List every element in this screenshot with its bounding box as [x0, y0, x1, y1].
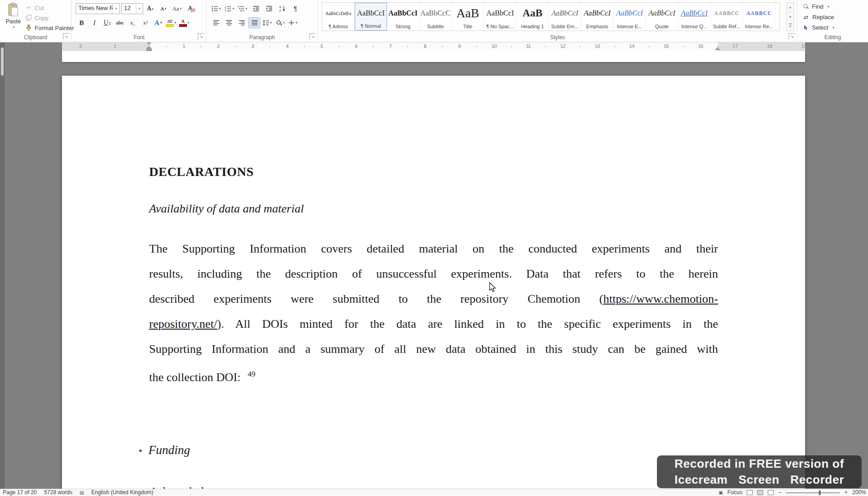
style-item-adress[interactable]: AaBbCcDdEe¶ Adress: [322, 3, 355, 31]
style-item-quote[interactable]: AaBbCcIQuote: [646, 3, 678, 31]
style-item-strong[interactable]: AaBbCcIStrong: [387, 3, 419, 31]
page-indicator[interactable]: Page 17 of 20: [3, 489, 37, 496]
styles-scroll-down-button[interactable]: ▾: [787, 12, 794, 22]
style-item-intense-quote[interactable]: AaBbCcIIntense Q...: [678, 3, 711, 31]
select-button[interactable]: Select ▾: [803, 23, 868, 32]
style-item-subtle-emphasis[interactable]: AaBbCcISubtle Em...: [549, 3, 581, 31]
hanging-indent-marker[interactable]: [146, 46, 152, 49]
language-indicator[interactable]: English (United Kingdom): [91, 489, 153, 496]
superscript-button[interactable]: x²: [140, 17, 151, 28]
ruler-number: 5: [320, 43, 323, 49]
show-hide-formatting-button[interactable]: ¶: [289, 3, 301, 14]
web-layout-button[interactable]: [768, 490, 774, 495]
strikethrough-button[interactable]: abc: [114, 17, 126, 28]
clipboard-group: Paste ▾ ✂ Cut Copy: [0, 0, 72, 41]
zoom-slider[interactable]: [786, 492, 840, 493]
first-line-indent-marker[interactable]: [146, 42, 152, 45]
print-layout-button[interactable]: [757, 490, 763, 495]
font-name-combobox[interactable]: Times New Ro ▾: [76, 3, 120, 14]
pilcrow-icon: ¶: [294, 5, 297, 12]
paste-button[interactable]: Paste ▾: [3, 2, 24, 35]
change-case-button[interactable]: Aa▾: [171, 3, 183, 14]
read-mode-button[interactable]: [747, 490, 753, 495]
chemotion-repository-link[interactable]: https://www.chemotion-: [603, 292, 718, 305]
font-color-button[interactable]: A ▾: [178, 17, 191, 28]
style-label: Intense E...: [617, 24, 642, 29]
zoom-slider-thumb[interactable]: [819, 491, 821, 495]
ruler-number: 19: [801, 43, 807, 49]
focus-mode-button[interactable]: Focus: [728, 489, 743, 496]
grow-font-button[interactable]: A▲: [145, 3, 156, 14]
left-scrollbar-thumb[interactable]: [1, 47, 4, 76]
left-indent-marker[interactable]: [146, 49, 152, 51]
bullets-button[interactable]: ▾: [210, 3, 222, 14]
align-right-button[interactable]: [236, 17, 248, 28]
font-size-combobox[interactable]: 12 ▾: [121, 3, 143, 14]
outline-collapse-triangle-icon[interactable]: ▸: [140, 447, 143, 454]
style-item-intense-emphasis[interactable]: AaBbCcIIntense E...: [614, 3, 646, 31]
down-triangle-icon: ▼: [164, 7, 167, 10]
sort-button[interactable]: AZ: [276, 3, 288, 14]
align-left-button[interactable]: [210, 17, 222, 28]
align-left-icon: [213, 20, 220, 26]
italic-button[interactable]: I: [88, 17, 100, 28]
clipboard-dialog-launcher-icon[interactable]: ↘: [63, 33, 69, 40]
text-effects-button[interactable]: A▾: [152, 17, 164, 28]
chevron-down-icon: ▾: [827, 5, 829, 9]
justify-icon: [251, 20, 258, 26]
clear-formatting-button[interactable]: A: [184, 3, 196, 14]
style-item-subtle-reference[interactable]: AABBCCSubtle Ref...: [711, 3, 743, 31]
styles-scroll-up-button[interactable]: ▴: [787, 3, 794, 12]
style-preview: AaBbCcI: [388, 3, 418, 24]
style-item-intense-reference[interactable]: AABBCCIntense Re...: [743, 3, 775, 31]
right-indent-marker[interactable]: [715, 47, 720, 50]
align-center-button[interactable]: [223, 17, 235, 28]
cut-button[interactable]: ✂ Cut: [26, 3, 74, 13]
find-label: Find: [812, 3, 823, 10]
zoom-in-button[interactable]: +: [844, 489, 847, 496]
paragraph-dialog-launcher-icon[interactable]: ↘: [310, 33, 316, 40]
underline-button[interactable]: U▾: [101, 17, 113, 28]
multilevel-list-button[interactable]: ▾: [237, 3, 248, 14]
style-item-heading-1[interactable]: AaBHeading 1: [517, 3, 549, 31]
proofing-status-icon[interactable]: ▤: [80, 489, 84, 496]
shading-button[interactable]: ▾: [274, 17, 286, 28]
document-page[interactable]: DECLARATIONS Availability of data and ma…: [62, 76, 805, 489]
clipboard-group-label: Clipboard: [0, 34, 71, 41]
style-preview: AaBbCcI: [616, 3, 643, 24]
numbering-button[interactable]: 1 2 3 ▾: [223, 3, 235, 14]
borders-button[interactable]: ▾: [287, 17, 299, 28]
copy-label: Copy: [35, 15, 48, 21]
style-item-subtitle[interactable]: AaBbCcCSubtitle: [419, 3, 452, 31]
left-scrollbar[interactable]: [0, 42, 5, 489]
style-item-emphasis[interactable]: AaBbCcIEmphasis: [581, 3, 614, 31]
subscript-button[interactable]: x₂: [127, 17, 139, 28]
editing-group: Find ▾ ⇄ Replace Select ▾ Editing: [797, 0, 868, 41]
zoom-out-button[interactable]: −: [778, 489, 781, 496]
chemotion-repository-link[interactable]: repository.net/: [149, 317, 217, 331]
styles-dialog-launcher-icon[interactable]: ↘: [789, 33, 795, 40]
style-item-normal[interactable]: AaBbCcI¶ Normal: [355, 3, 387, 31]
zoom-level[interactable]: 200%: [852, 489, 866, 496]
bold-button[interactable]: B: [76, 17, 88, 28]
format-painter-button[interactable]: Format Painter: [26, 23, 74, 33]
decrease-indent-button[interactable]: [250, 3, 262, 14]
shrink-font-button[interactable]: A▼: [158, 3, 170, 14]
font-dialog-launcher-icon[interactable]: ↘: [198, 33, 204, 40]
line-spacing-button[interactable]: ▾: [261, 17, 273, 28]
copy-button[interactable]: Copy: [26, 13, 74, 23]
increase-indent-button[interactable]: [263, 3, 275, 14]
watermark-line2: Icecream Screen Recorder: [674, 472, 844, 488]
styles-more-button[interactable]: ▾: [787, 21, 794, 31]
ruler-number: 2: [217, 43, 220, 49]
justify-button[interactable]: [248, 17, 260, 28]
replace-button[interactable]: ⇄ Replace: [803, 12, 868, 22]
style-item-title[interactable]: AaBTitle: [452, 3, 484, 31]
word-count[interactable]: 5728 words: [44, 489, 72, 496]
find-button[interactable]: Find ▾: [803, 2, 868, 11]
highlight-color-button[interactable]: ab ▾: [165, 17, 177, 28]
copy-icon: [26, 15, 32, 21]
up-triangle-icon: ▲: [151, 7, 154, 10]
paragraph-line: results, including the description of un…: [149, 261, 718, 286]
style-item-no-spacing[interactable]: AaBbCcI¶ No Spac...: [484, 3, 517, 31]
